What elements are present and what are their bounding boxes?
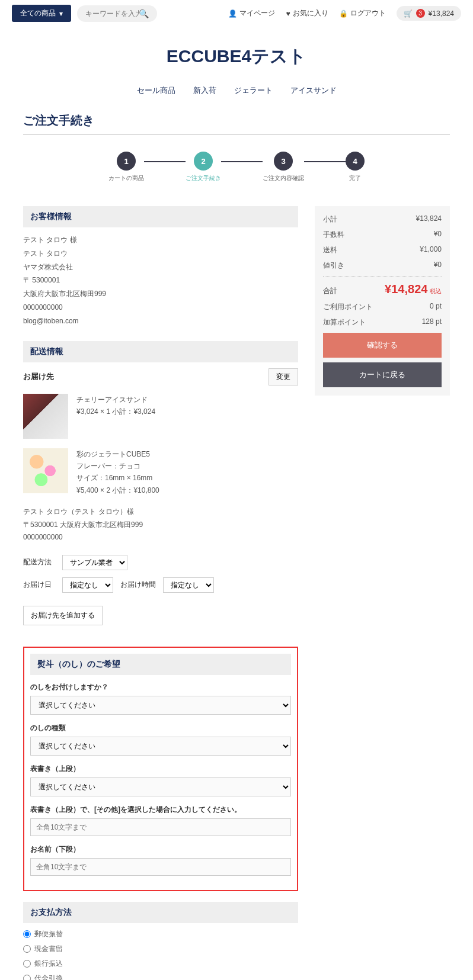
user-icon: 👤 [228,9,237,18]
payment-radio[interactable] [23,930,31,938]
nav-item[interactable]: セール商品 [137,85,175,96]
search-box: 🔍 [77,5,157,22]
section-payment: お支払方法 [23,902,298,923]
noshi-q3-label: 表書き（上段） [30,764,291,774]
noshi-q5-label: お名前（下段） [30,844,291,854]
section-customer: お客様情報 [23,206,298,227]
chevron-down-icon: ▾ [59,9,63,18]
noshi-q2-label: のしの種類 [30,723,291,733]
step-2-circle: 2 [194,152,213,171]
order-summary: 小計¥13,824 手数料¥0 送料¥1,000 値引き¥0 合計 ¥14,82… [315,206,450,396]
step-1-circle: 1 [117,152,136,171]
noshi-attach-select[interactable]: 選択してください [30,696,291,715]
shipping-address: テスト タロウ（テスト タロウ）様 〒5300001 大阪府大阪市北区梅田999… [23,506,298,544]
delivery-date-label: お届け日 [23,580,55,590]
noshi-upper-other-input[interactable] [30,818,291,836]
product-row: 彩のジェラートCUBE5 フレーバー：チョコ サイズ：16mm × 16mm ¥… [23,448,298,497]
noshi-upper-select[interactable]: 選択してください [30,777,291,796]
total-label: 合計 [323,286,337,296]
delivery-time-select[interactable]: 指定なし [163,577,214,593]
shipping-method-select[interactable]: サンプル業者 [62,555,127,570]
deliver-label: お届け先 [23,371,54,382]
favorite-link[interactable]: ♥ お気に入り [286,8,328,18]
logout-link[interactable]: 🔒 ログアウト [339,8,386,18]
payment-radio[interactable] [23,975,31,980]
cart-button[interactable]: 🛒 3 ¥13,824 [397,6,461,21]
search-icon[interactable]: 🔍 [139,9,149,18]
cart-count-badge: 3 [416,9,425,18]
heart-icon: ♥ [286,9,290,18]
delivery-date-select[interactable]: 指定なし [62,577,113,593]
noshi-q4-label: 表書き（上段）で、[その他]を選択した場合に入力してください。 [30,805,291,815]
noshi-q1-label: のしをお付けしますか？ [30,682,291,692]
payment-option[interactable]: 現金書留 [23,944,298,954]
nav-item[interactable]: アイスサンド [290,85,337,96]
nav-item[interactable]: 新入荷 [193,85,216,96]
nav-item[interactable]: ジェラート [234,85,273,96]
confirm-button[interactable]: 確認する [323,333,442,358]
back-to-cart-button[interactable]: カートに戻る [323,362,442,387]
product-image [23,448,68,493]
section-noshi: 熨斗（のし）のご希望 [30,654,291,675]
payment-radio[interactable] [23,960,31,968]
page-title: ご注文手続き [23,107,450,135]
section-shipping: 配送情報 [23,341,298,362]
payment-option[interactable]: 銀行振込 [23,959,298,969]
step-4-circle: 4 [346,152,365,171]
category-select[interactable]: 全ての商品 ▾ [12,5,71,22]
cart-icon: 🛒 [404,9,413,18]
mypage-link[interactable]: 👤 マイページ [228,8,275,18]
customer-info: テスト タロウ 様 テスト タロウ ヤマダ株式会社 〒 5300001 大阪府大… [23,233,298,328]
noshi-name-input[interactable] [30,858,291,876]
step-3-circle: 3 [274,152,293,171]
category-label: 全ての商品 [20,8,56,18]
cart-total: ¥13,824 [429,9,454,18]
change-address-button[interactable]: 変更 [269,368,298,385]
shipping-method-label: 配送方法 [23,557,55,567]
delivery-time-label: お届け時間 [120,580,156,590]
progress-steps: 1カートの商品 2ご注文手続き 3ご注文内容確認 4完了 [23,152,450,182]
payment-option[interactable]: 郵便振替 [23,929,298,939]
payment-option[interactable]: 代金引換 [23,973,298,980]
site-logo[interactable]: ECCUBE4テスト [0,44,473,69]
lock-icon: 🔒 [339,9,348,18]
payment-radio[interactable] [23,945,31,953]
add-shipping-button[interactable]: お届け先を追加する [23,606,103,625]
total-value: ¥14,824 [385,282,427,295]
noshi-type-select[interactable]: 選択してください [30,737,291,756]
noshi-section-highlight: 熨斗（のし）のご希望 のしをお付けしますか？ 選択してください のしの種類 選択… [23,647,298,891]
search-input[interactable] [85,9,139,18]
product-image [23,394,68,439]
product-row: チェリーアイスサンド ¥3,024 × 1 小計：¥3,024 [23,394,298,439]
